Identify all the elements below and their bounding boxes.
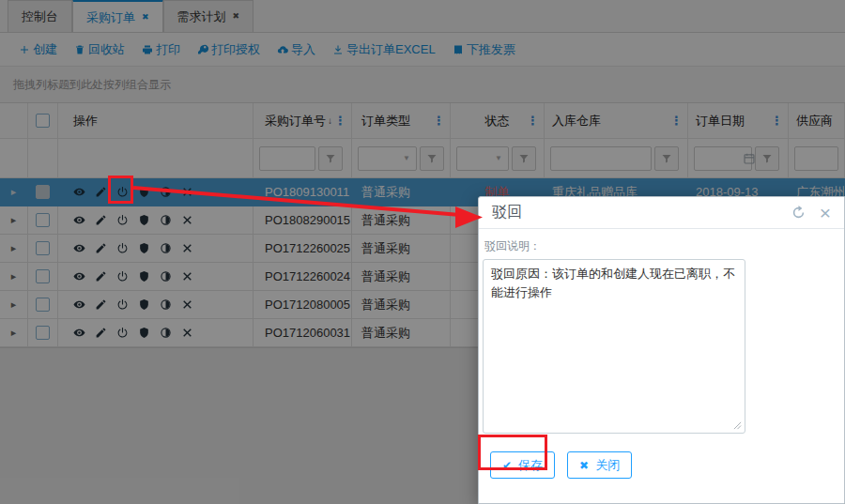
refresh-icon[interactable] [791, 205, 807, 221]
reject-note-label: 驳回说明： [484, 238, 831, 254]
dialog-body: 驳回说明： 驳回原因：该订单的和创建人现在已离职，不能进行操作 ✔保存 ✖关闭 [479, 229, 844, 479]
reject-reason-textarea[interactable]: 驳回原因：该订单的和创建人现在已离职，不能进行操作 [483, 259, 745, 434]
save-button[interactable]: ✔保存 [490, 451, 555, 479]
resize-handle-icon[interactable] [733, 421, 742, 430]
reject-dialog: 驳回 × 驳回说明： 驳回原因：该订单的和创建人现在已离职，不能进行操作 ✔保存… [478, 196, 845, 504]
dialog-title: 驳回 [492, 203, 522, 222]
close-button[interactable]: ✖关闭 [567, 451, 632, 479]
close-icon[interactable]: × [820, 203, 831, 222]
dialog-header: 驳回 × [479, 197, 844, 229]
x-icon: ✖ [579, 459, 589, 472]
check-icon: ✔ [502, 459, 512, 472]
app-screen: 控制台 采购订单✖ 需求计划✖ 创建 回收站 打印 打印授权 导入 导出订单EX… [0, 0, 845, 504]
